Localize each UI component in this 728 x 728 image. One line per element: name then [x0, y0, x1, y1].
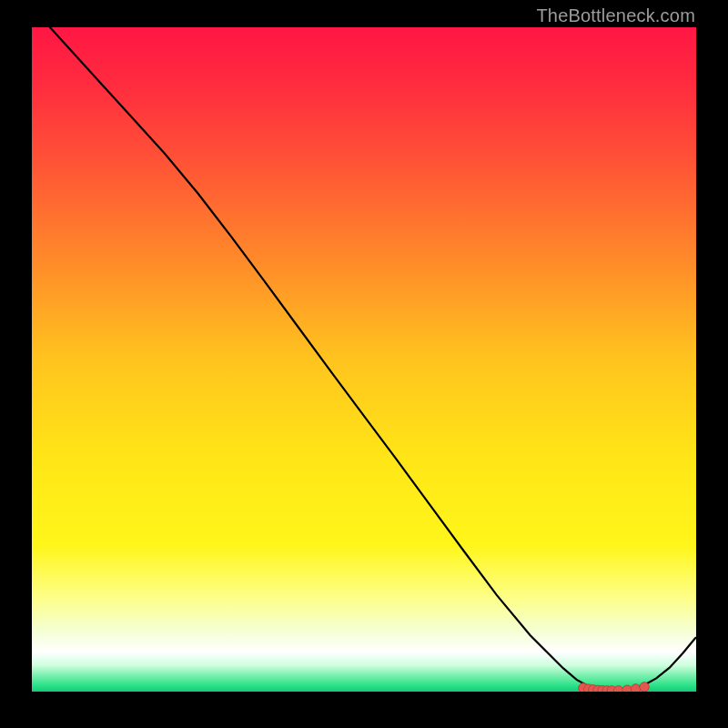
- data-marker: [631, 684, 640, 692]
- data-marker: [613, 686, 622, 692]
- credit-text: TheBottleneck.com: [536, 5, 695, 26]
- chart-svg: [32, 27, 696, 692]
- data-marker: [640, 682, 649, 692]
- chart-frame: TheBottleneck.com: [0, 0, 728, 728]
- data-marker: [622, 685, 632, 692]
- gradient-background: [32, 27, 696, 692]
- plot-area: [32, 27, 696, 692]
